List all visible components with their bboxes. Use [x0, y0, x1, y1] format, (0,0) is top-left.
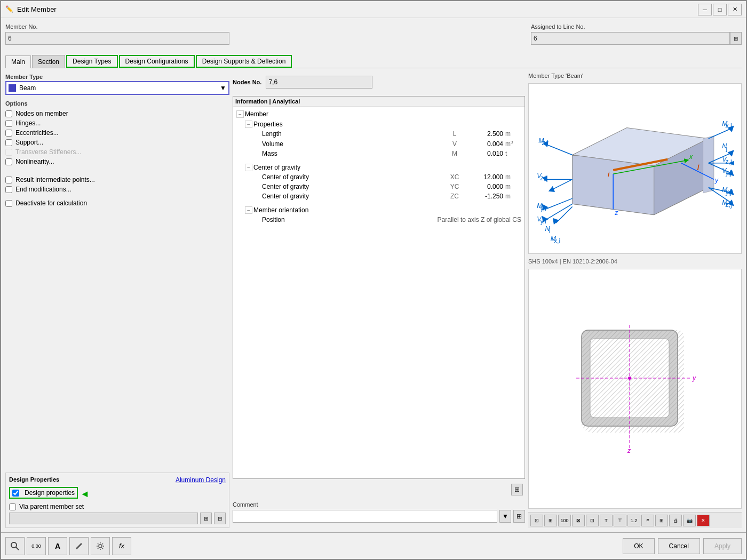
svg-text:y: y — [714, 177, 719, 184]
cross-section-svg: y z — [560, 319, 710, 458]
tree-position-value: Parallel to axis Z of global CS — [438, 216, 521, 223]
tree-mass-name: Mass — [262, 150, 447, 157]
rt-btn-7[interactable]: ⊤ — [614, 515, 626, 526]
design-properties-checkbox-row: Design properties — [9, 487, 78, 499]
beam-type-label: Member Type 'Beam' — [528, 71, 742, 80]
nodes-no-row: Nodes No. — [233, 71, 525, 93]
action-buttons: OK Cancel Apply — [623, 538, 742, 554]
tab-design-types[interactable]: Design Types — [66, 55, 118, 68]
option-eccentricities[interactable]: Eccentricities... — [5, 129, 229, 137]
svg-text:z,i: z,i — [542, 139, 548, 147]
tree-properties-label: Properties — [253, 121, 521, 128]
tree-position-name: Position — [262, 216, 438, 223]
comment-block: Comment ▼ ⊞ — [233, 500, 525, 528]
design-btn-1[interactable]: ⊞ — [200, 513, 212, 524]
toolbar-number-button[interactable]: 0.00 — [27, 537, 46, 555]
rt-btn-2[interactable]: ⊞ — [544, 515, 557, 526]
tree-cog-expand[interactable]: − — [245, 164, 252, 171]
option-nonlinearity[interactable]: Nonlinearity... — [5, 158, 229, 165]
svg-text:j: j — [725, 145, 727, 152]
middle-panel: Nodes No. Information | Analytical − Mem… — [233, 71, 525, 528]
beam-diagram: M z,i V z,i M y,i V y,i N i — [528, 83, 742, 254]
svg-text:z,j: z,j — [725, 201, 732, 209]
tab-main[interactable]: Main — [5, 55, 31, 68]
assigned-line-label: Assigned to Line No. — [531, 22, 742, 31]
option-support[interactable]: Support... — [5, 139, 229, 146]
svg-text:y,i: y,i — [540, 218, 546, 225]
via-parent-checkbox[interactable] — [9, 503, 16, 510]
rt-btn-settings[interactable]: ✕ — [697, 515, 710, 526]
apply-button[interactable]: Apply — [703, 538, 742, 554]
rt-btn-4[interactable]: ⊠ — [572, 515, 585, 526]
member-number-row: Member No. Assigned to Line No. ⊞ — [5, 22, 742, 50]
assigned-line-group: Assigned to Line No. ⊞ — [531, 22, 742, 50]
aluminum-design-link[interactable]: Aluminum Design — [176, 476, 226, 484]
cancel-button[interactable]: Cancel — [658, 538, 700, 554]
toolbar-formula-button[interactable]: fx — [112, 537, 131, 555]
member-type-select[interactable]: Beam ▼ — [5, 81, 229, 95]
svg-text:z: z — [627, 447, 631, 454]
tree-member-expand[interactable]: − — [236, 110, 244, 118]
member-no-group: Member No. — [5, 22, 229, 50]
rt-btn-print[interactable]: 🖨 — [669, 515, 682, 526]
toolbar-wrench-button[interactable] — [69, 537, 89, 555]
tree-cog-yc-key: YC — [447, 183, 463, 190]
design-text-input[interactable] — [9, 513, 198, 524]
option-nodes-on-member[interactable]: Nodes on member — [5, 110, 229, 117]
tree-properties-expand[interactable]: − — [245, 121, 252, 128]
option-deactivate[interactable]: Deactivate for calculation — [5, 199, 229, 207]
tree-cog-yc: Center of gravity YC 0.000 m — [261, 182, 522, 191]
grid-icon-button[interactable]: ⊞ — [511, 484, 523, 495]
tree-orientation-expand[interactable]: − — [245, 206, 252, 214]
option-result-intermediate[interactable]: Result intermediate points... — [5, 176, 229, 183]
rt-btn-10[interactable]: ⊞ — [655, 515, 668, 526]
svg-line-74 — [16, 547, 19, 550]
comment-dropdown-btn[interactable]: ▼ — [499, 510, 511, 523]
toolbar-gear-button[interactable] — [91, 537, 110, 555]
comment-input[interactable] — [233, 510, 497, 523]
svg-text:y,j: y,j — [725, 169, 731, 177]
svg-text:z: z — [614, 209, 618, 217]
assigned-line-input[interactable] — [531, 32, 730, 45]
design-btn-2[interactable]: ⊟ — [214, 513, 226, 524]
edit-member-window: ✏️ Edit Member ─ □ ✕ Member No. Assigned… — [0, 0, 747, 560]
tree-properties: − Properties Length L 2.500 m — [244, 119, 522, 159]
comment-browse-btn[interactable]: ⊞ — [513, 510, 525, 523]
nodes-no-input[interactable] — [266, 76, 372, 89]
maximize-button[interactable]: □ — [713, 4, 727, 15]
rt-btn-3[interactable]: 100 — [558, 515, 571, 526]
toolbar-search-button[interactable] — [5, 537, 25, 555]
option-end-modifications[interactable]: End modifications... — [5, 186, 229, 193]
assigned-line-picker-button[interactable]: ⊞ — [730, 32, 742, 45]
rt-btn-9[interactable]: # — [641, 515, 654, 526]
option-hinges[interactable]: Hinges... — [5, 119, 229, 127]
rt-btn-5[interactable]: ⊡ — [586, 515, 599, 526]
rt-btn-camera[interactable]: 📷 — [683, 515, 696, 526]
rt-btn-8[interactable]: 1.2 — [627, 515, 640, 526]
tab-section[interactable]: Section — [32, 55, 65, 68]
design-properties-checkbox[interactable] — [12, 490, 19, 497]
dialog-content: Member No. Assigned to Line No. ⊞ Main S… — [1, 18, 746, 532]
tree-length: Length L 2.500 m — [261, 129, 522, 139]
close-button[interactable]: ✕ — [728, 4, 742, 15]
nodes-no-label: Nodes No. — [233, 79, 261, 85]
tab-design-supports[interactable]: Design Supports & Deflection — [196, 55, 292, 68]
toolbar-a-button[interactable]: A — [48, 537, 67, 555]
rt-btn-1[interactable]: ⊡ — [530, 515, 543, 526]
tab-design-configurations[interactable]: Design Configurations — [119, 55, 195, 68]
via-parent-member-set-row[interactable]: Via parent member set — [9, 503, 226, 510]
tree-cog-xc-value: 12.000 — [463, 173, 505, 181]
ok-button[interactable]: OK — [623, 538, 654, 554]
option-transverse-stiffeners: Transverse Stiffeners... — [5, 148, 229, 156]
member-no-input[interactable] — [5, 32, 229, 45]
info-panel: Information | Analytical − Member − — [233, 96, 525, 479]
tree-cog-yc-name: Center of gravity — [262, 183, 447, 190]
minimize-button[interactable]: ─ — [698, 4, 712, 15]
tree-cog-zc-unit: m — [505, 193, 521, 200]
tree-member-row: − Member — [235, 109, 522, 119]
svg-text:i: i — [608, 171, 610, 178]
rt-btn-6[interactable]: T — [600, 515, 613, 526]
window-icon: ✏️ — [5, 5, 14, 14]
bottom-toolbar: 0.00 A fx OK Cancel Apply — [1, 532, 746, 559]
tree-member-label: Member — [245, 110, 521, 118]
